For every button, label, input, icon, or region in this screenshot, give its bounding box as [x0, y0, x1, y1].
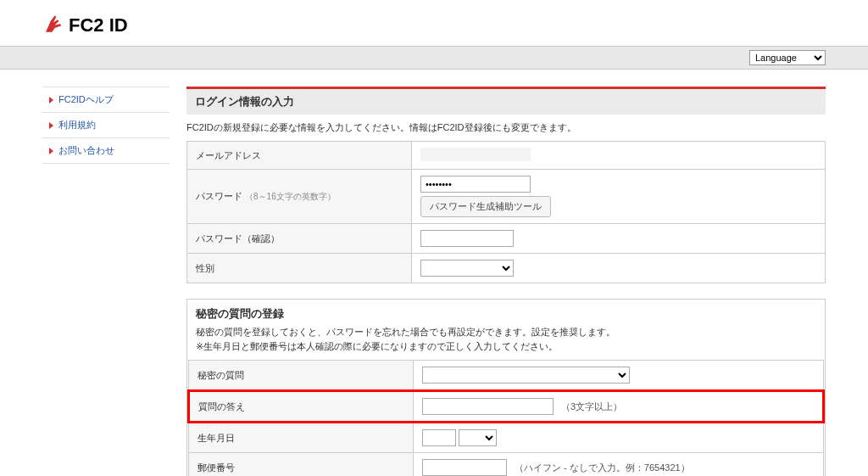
table-row: メールアドレス: [187, 142, 826, 170]
postal-cell: （ハイフン - なしで入力。例：7654321）: [414, 453, 824, 477]
question-cell: [414, 361, 824, 391]
main-content: ログイン情報の入力 FC2IDの新規登録に必要な情報を入力してください。情報はF…: [186, 87, 826, 476]
sidebar-item-label: お問い合わせ: [58, 144, 114, 157]
birth-year-input[interactable]: [422, 429, 456, 446]
section-login-intro: FC2IDの新規登録に必要な情報を入力してください。情報はFC2ID登録後にも変…: [186, 121, 826, 141]
sidebar-item-label: 利用規約: [58, 119, 96, 132]
table-row: 秘密の質問: [189, 361, 824, 391]
logo: FC2 ID: [42, 13, 826, 37]
table-row: 生年月日: [189, 423, 824, 453]
birth-label: 生年月日: [189, 423, 414, 453]
answer-label: 質問の答え: [189, 391, 414, 423]
postal-hint: （ハイフン - なしで入力。例：7654321）: [515, 462, 690, 473]
sidebar: FC2IDヘルプ 利用規約 お問い合わせ: [42, 87, 170, 476]
birth-cell: [414, 423, 824, 453]
section-login-title: ログイン情報の入力: [186, 89, 826, 115]
secret-desc-line1: 秘密の質問を登録しておくと、パスワードを忘れた場合でも再設定ができます。設定を推…: [196, 327, 615, 337]
secret-section-box: 秘密の質問の登録 秘密の質問を登録しておくと、パスワードを忘れた場合でも再設定が…: [186, 299, 826, 476]
section-secret-title: 秘密の質問の登録: [187, 300, 825, 325]
sidebar-item-contact[interactable]: お問い合わせ: [42, 138, 170, 164]
password-confirm-label: パスワード（確認）: [187, 224, 412, 254]
password-tool-button[interactable]: パスワード生成補助ツール: [420, 196, 551, 217]
logo-text: FC2 ID: [69, 14, 128, 36]
secret-form-table: 秘密の質問 質問の答え （3文字以上） 生年月日: [187, 360, 825, 476]
table-row: パスワード（確認）: [187, 224, 826, 254]
postal-label: 郵便番号: [189, 453, 414, 477]
birth-month-select[interactable]: [459, 429, 497, 446]
answer-hint: （3文字以上）: [561, 401, 622, 412]
arrow-right-icon: [49, 148, 53, 154]
password-confirm-input[interactable]: [420, 230, 514, 247]
password-cell: パスワード生成補助ツール: [412, 170, 826, 224]
sidebar-item-help[interactable]: FC2IDヘルプ: [42, 87, 170, 113]
arrow-right-icon: [49, 97, 53, 104]
email-cell: [412, 142, 826, 170]
table-row: パスワード （8～16文字の英数字） パスワード生成補助ツール: [187, 170, 826, 224]
gender-label: 性別: [187, 254, 412, 283]
section-secret-desc: 秘密の質問を登録しておくと、パスワードを忘れた場合でも再設定ができます。設定を推…: [187, 325, 825, 360]
password-note: （8～16文字の英数字）: [245, 192, 336, 201]
secret-desc-line2: ※生年月日と郵便番号は本人確認の際に必要になりますので正しく入力してください。: [196, 341, 558, 351]
main-container: FC2IDヘルプ 利用規約 お問い合わせ ログイン情報の入力 FC2IDの新規登…: [0, 70, 868, 476]
answer-input[interactable]: [422, 398, 554, 415]
answer-cell: （3文字以上）: [414, 391, 824, 423]
gender-cell: [412, 254, 826, 283]
table-row: 性別: [187, 254, 826, 283]
email-label: メールアドレス: [187, 142, 412, 170]
question-label: 秘密の質問: [189, 361, 414, 391]
login-form-table: メールアドレス パスワード （8～16文字の英数字） パスワード生成補助ツール …: [186, 141, 826, 283]
arrow-right-icon: [49, 122, 53, 129]
question-select[interactable]: [422, 367, 630, 384]
postal-input[interactable]: [422, 459, 507, 476]
password-confirm-cell: [412, 224, 826, 254]
gender-select[interactable]: [420, 260, 514, 277]
language-select[interactable]: Language: [749, 50, 826, 65]
table-row: 郵便番号 （ハイフン - なしで入力。例：7654321）: [189, 453, 824, 477]
table-row-highlighted: 質問の答え （3文字以上）: [189, 391, 824, 423]
sidebar-item-label: FC2IDヘルプ: [58, 93, 114, 106]
toolbar: Language: [0, 46, 868, 70]
email-value-masked: [420, 148, 531, 161]
page-header: FC2 ID: [0, 0, 868, 46]
password-label: パスワード: [196, 191, 242, 201]
sidebar-item-terms[interactable]: 利用規約: [42, 113, 170, 138]
password-label-cell: パスワード （8～16文字の英数字）: [187, 170, 412, 224]
password-input[interactable]: [420, 176, 531, 193]
unicorn-icon: [42, 13, 64, 37]
